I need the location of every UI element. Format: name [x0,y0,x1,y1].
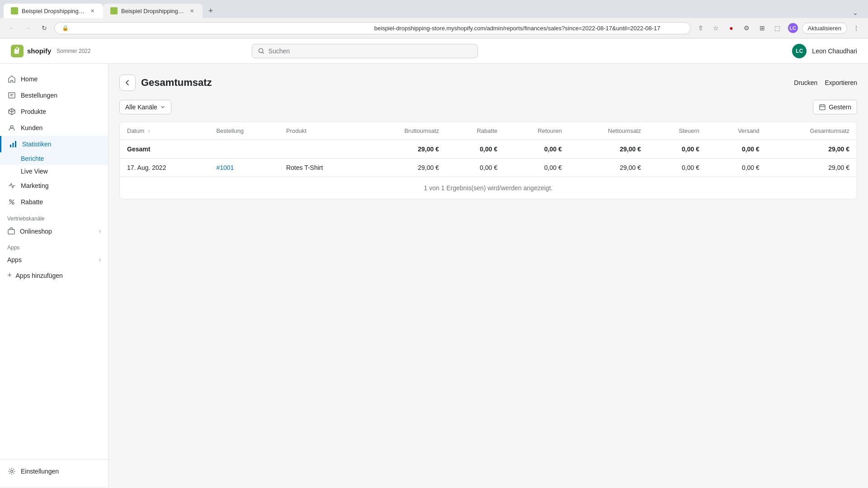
row-retouren: 0,00 € [505,159,569,177]
report-table: Datum ↑ Bestellung Produkt Bruttoumsatz [120,122,857,177]
tab-title-1: Beispiel Dropshipping Store · F... [22,8,85,14]
channel-filter-label: Alle Kanäle [125,103,157,111]
calendar-icon [819,103,826,111]
bookmark-icon[interactable]: ☆ [710,22,722,34]
tab-title-2: Beispiel Dropshipping Store [121,8,184,14]
page-header-left: Gesamtumsatz [119,75,212,91]
sidebar-item-customers[interactable]: Kunden [0,120,108,136]
marketing-icon [7,181,16,190]
share-icon[interactable]: ⇧ [694,22,707,34]
table-body: Gesamt 29,00 € 0,00 € 0,00 € 29,00 € 0,0… [120,140,857,177]
reload-button[interactable]: ↻ [38,22,51,34]
svg-rect-11 [820,105,825,110]
shopify-logo-text: shopify [27,47,51,55]
sidebar-item-home[interactable]: Home [0,71,108,87]
row-rabatte: 0,00 € [446,159,505,177]
row-steuern: 0,00 € [648,159,707,177]
sidebar-item-statistics[interactable]: Statistiken [0,136,108,152]
apps-chevron: › [99,257,101,263]
sidebar-label-online-shop: Onlineshop [20,228,52,235]
page-header-right: Drucken Exportieren [794,79,857,86]
table-header-row: Datum ↑ Bestellung Produkt Bruttoumsatz [120,122,857,140]
profile-icon[interactable]: LC [787,22,799,34]
address-bar[interactable]: 🔒 beispiel-dropshipping-store.myshopify.… [54,22,691,34]
discounts-icon [7,197,16,206]
tab-scroll-button[interactable]: ⌄ [850,7,861,18]
sidebar-item-settings[interactable]: Einstellungen [0,463,108,479]
filter-chevron-icon [160,104,165,110]
sidebar-item-products[interactable]: Produkte [0,103,108,120]
extension-icon-2[interactable]: ⚙ [741,22,753,34]
toolbar-actions: ⇧ ☆ ● ⚙ ⊞ ⬚ LC Aktualisieren ⋮ [694,22,863,34]
settings-icon [7,467,16,476]
tab-close-1[interactable]: ✕ [89,7,96,14]
browser-tabs: Beispiel Dropshipping Store · F... ✕ Bei… [0,0,868,18]
page-title: Gesamtumsatz [141,77,212,89]
sidebar-item-marketing[interactable]: Marketing [0,178,108,194]
shopify-logo: shopify Sommer 2022 [11,45,91,57]
extension-icon-4[interactable]: ⬚ [771,22,784,34]
search-icon [258,47,265,55]
order-link[interactable]: #1001 [216,164,234,171]
sales-channels-left: Onlineshop [7,227,52,235]
th-datum[interactable]: Datum ↑ [120,122,209,140]
print-button[interactable]: Drucken [794,79,817,86]
home-icon [7,75,16,84]
row-produkt: Rotes T-Shirt [279,159,364,177]
sidebar-item-apps[interactable]: Apps › [0,253,108,267]
th-nettoumsatz: Nettoumsatz [569,122,648,140]
row-bruttoumsatz: 29,00 € [364,159,446,177]
sidebar-label-marketing: Marketing [21,182,48,189]
total-label: Gesamt [120,140,209,159]
total-rabatte: 0,00 € [446,140,505,159]
more-options-icon[interactable]: ⋮ [850,22,863,34]
sidebar-item-discounts[interactable]: Rabatte [0,194,108,210]
sidebar-sub-item-live-view[interactable]: Live View [0,165,108,178]
export-button[interactable]: Exportieren [825,79,857,86]
total-steuern: 0,00 € [648,140,707,159]
header-right: LC Leon Chaudhari [792,44,857,58]
new-tab-button[interactable]: + [204,5,217,17]
th-gesamtumsatz: Gesamtumsatz [767,122,857,140]
back-button[interactable] [119,75,136,91]
sidebar-item-sales-channels[interactable]: Onlineshop › [0,224,108,239]
aktualisieren-button[interactable]: Aktualisieren [802,23,847,34]
extension-icon-1[interactable]: ● [725,22,738,34]
sidebar-add-apps[interactable]: + Apps hinzufügen [0,267,108,284]
row-bestellung: #1001 [209,159,279,177]
tab-close-2[interactable]: ✕ [188,7,195,14]
date-button[interactable]: Gestern [813,100,857,114]
svg-rect-5 [13,143,14,147]
channel-filter-button[interactable]: Alle Kanäle [119,100,171,114]
user-name: Leon Chaudhari [812,47,857,55]
extension-icon-3[interactable]: ⊞ [756,22,769,34]
row-nettoumsatz: 29,00 € [569,159,648,177]
th-bruttoumsatz: Bruttoumsatz [364,122,446,140]
page-header: Gesamtumsatz Drucken Exportieren [119,75,857,91]
forward-nav-button[interactable]: → [22,22,34,34]
row-datum: 17. Aug. 2022 [120,159,209,177]
th-retouren: Retouren [505,122,569,140]
sidebar-sub-label-reports: Berichte [21,155,44,162]
total-nettoumsatz: 29,00 € [569,140,648,159]
shopify-logo-icon [11,45,24,57]
total-retouren: 0,00 € [505,140,569,159]
header-search: Suchen [252,44,478,58]
url-text: beispiel-dropshipping-store.myshopify.co… [374,25,683,32]
products-icon [7,107,16,116]
sidebar-sub-label-live-view: Live View [21,168,48,175]
shopify-season: Sommer 2022 [57,48,90,54]
sidebar-label-statistics: Statistiken [22,141,52,148]
th-produkt: Produkt [279,122,364,140]
total-bruttoumsatz: 29,00 € [364,140,446,159]
sidebar-item-orders[interactable]: Bestellungen [0,87,108,103]
browser-tab-2[interactable]: Beispiel Dropshipping Store ✕ [103,4,203,18]
table-total-row: Gesamt 29,00 € 0,00 € 0,00 € 29,00 € 0,0… [120,140,857,159]
svg-point-8 [12,202,14,204]
back-nav-button[interactable]: ← [5,22,18,34]
search-box[interactable]: Suchen [252,44,478,58]
sidebar-sub-item-reports[interactable]: Berichte [0,152,108,165]
th-datum-label: Datum [127,127,144,134]
browser-tab-active[interactable]: Beispiel Dropshipping Store · F... ✕ [4,4,103,18]
table-row: 17. Aug. 2022 #1001 Rotes T-Shirt 29,00 … [120,159,857,177]
